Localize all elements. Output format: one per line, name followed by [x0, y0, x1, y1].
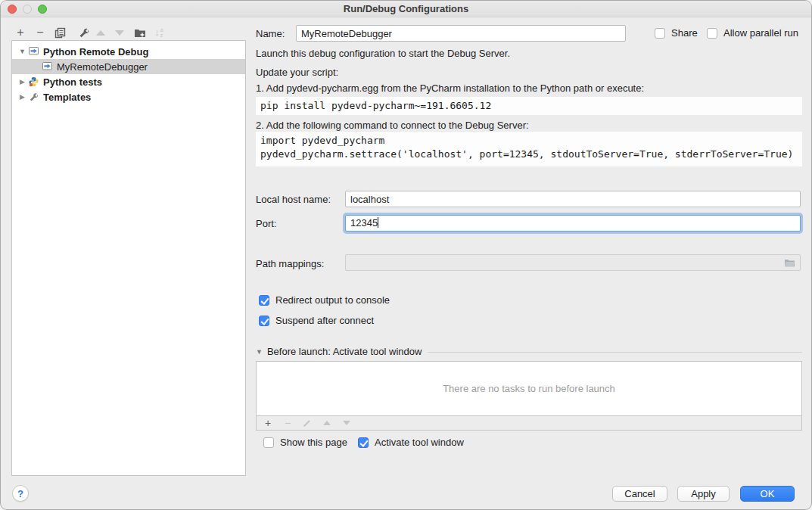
move-down-icon — [113, 26, 126, 39]
remove-task-icon: − — [282, 418, 293, 428]
show-this-page-label: Show this page — [280, 437, 347, 449]
allow-parallel-run-label: Allow parallel run — [723, 27, 798, 39]
local-host-name-label: Local host name: — [256, 194, 331, 206]
tasks-toolbar: + − — [257, 415, 801, 430]
title-bar: Run/Debug Configurations — [1, 1, 811, 17]
redirect-output-checkbox-row[interactable]: Redirect output to console — [259, 294, 390, 306]
activate-tool-window-checkbox-row[interactable]: Activate tool window — [358, 437, 464, 449]
python-tests-icon — [28, 76, 40, 87]
redirect-output-label: Redirect output to console — [275, 294, 390, 306]
new-folder-icon[interactable] — [133, 26, 147, 39]
show-this-page-checkbox-row[interactable]: Show this page — [263, 437, 347, 449]
remote-debug-icon — [28, 46, 40, 57]
tree-item-python-tests[interactable]: ▶ Python tests — [12, 74, 245, 89]
step2-text: 2. Add the following command to connect … — [256, 120, 529, 132]
cancel-button[interactable]: Cancel — [612, 486, 667, 502]
folder-plus-icon — [134, 27, 146, 39]
move-task-down-icon — [341, 418, 352, 428]
suspend-after-connect-checkbox-row[interactable]: Suspend after connect — [259, 315, 374, 327]
sort-icon: ↓ a z — [154, 26, 163, 39]
share-checkbox[interactable] — [655, 28, 665, 39]
move-task-up-icon — [322, 418, 332, 428]
help-button[interactable]: ? — [12, 485, 29, 502]
window-title: Run/Debug Configurations — [1, 3, 811, 14]
share-checkbox-row[interactable]: Share — [655, 27, 698, 39]
tree-item-label: MyRemoteDebugger — [57, 61, 148, 73]
text-caret — [378, 217, 378, 228]
section-expanded-chevron-icon[interactable]: ▼ — [256, 348, 263, 356]
tree-item-myremotedebugger[interactable]: MyRemoteDebugger — [12, 59, 245, 74]
pip-install-code[interactable]: pip install pydevd-pycharm~=191.6605.12 — [256, 97, 802, 115]
activate-tool-window-checkbox[interactable] — [358, 437, 369, 448]
remote-debug-icon — [42, 61, 54, 72]
update-script-text: Update your script: — [256, 67, 338, 79]
tree-item-label: Templates — [43, 92, 91, 103]
local-host-name-input[interactable] — [345, 191, 801, 207]
port-input[interactable]: 12345 — [345, 215, 801, 232]
collapsed-chevron-icon[interactable]: ▶ — [18, 93, 26, 101]
add-configuration-icon[interactable]: + — [14, 26, 27, 39]
suspend-after-connect-checkbox[interactable] — [259, 316, 269, 326]
description-text: Launch this debug configuration to start… — [256, 48, 510, 60]
activate-tool-window-label: Activate tool window — [375, 437, 464, 449]
step1-text: 1. Add pydevd-pycharm.egg from the PyCha… — [256, 82, 644, 95]
tree-item-python-remote-debug[interactable]: ▼ Python Remote Debug — [12, 44, 245, 59]
remove-configuration-icon[interactable]: − — [33, 26, 47, 39]
run-debug-configurations-dialog: Run/Debug Configurations + − ↓ a z — [0, 0, 812, 510]
before-launch-header[interactable]: ▼ Before launch: Activate tool window — [256, 346, 802, 358]
suspend-after-connect-label: Suspend after connect — [275, 315, 374, 327]
edit-defaults-icon[interactable] — [77, 26, 91, 39]
tree-item-templates[interactable]: ▶ Templates — [12, 89, 245, 104]
move-up-icon — [94, 26, 107, 39]
wrench-icon — [78, 26, 90, 39]
copy-configuration-icon[interactable] — [53, 26, 67, 39]
redirect-output-checkbox[interactable] — [259, 295, 269, 306]
help-question-mark: ? — [17, 488, 23, 499]
allow-parallel-run-checkbox-row[interactable]: Allow parallel run — [707, 27, 798, 39]
tree-item-label: Python tests — [43, 76, 102, 88]
ok-button[interactable]: OK — [740, 486, 795, 502]
show-this-page-checkbox[interactable] — [263, 437, 274, 448]
templates-wrench-icon — [28, 92, 40, 102]
add-task-icon[interactable]: + — [263, 418, 273, 428]
tree-item-label: Python Remote Debug — [43, 46, 148, 58]
expanded-chevron-icon[interactable]: ▼ — [18, 48, 26, 55]
collapsed-chevron-icon[interactable]: ▶ — [18, 78, 26, 86]
configurations-tree: ▼ Python Remote Debug MyRemoteDebugger ▶ — [11, 40, 246, 476]
before-launch-title: Before launch: Activate tool window — [267, 346, 422, 358]
copy-icon — [54, 27, 66, 39]
section-divider — [428, 352, 802, 353]
before-launch-tasks-panel: There are no tasks to run before launch … — [256, 361, 802, 431]
share-label: Share — [671, 27, 698, 39]
code-line-1: import pydevd_pycharm — [260, 135, 384, 146]
name-input[interactable] — [296, 25, 626, 42]
code-line-2: pydevd_pycharm.settrace('localhost', por… — [260, 148, 793, 160]
up-arrow-icon — [96, 30, 105, 36]
browse-folder-icon[interactable] — [784, 258, 795, 268]
tasks-empty-text: There are no tasks to run before launch — [257, 362, 801, 415]
edit-task-icon — [302, 418, 313, 428]
apply-button[interactable]: Apply — [677, 486, 730, 502]
path-mappings-input[interactable] — [345, 254, 801, 271]
allow-parallel-run-checkbox[interactable] — [707, 28, 717, 39]
sort-alphabetically-icon: ↓ a z — [152, 26, 166, 39]
port-label: Port: — [256, 218, 276, 230]
path-mappings-label: Path mappings: — [256, 258, 324, 270]
port-value: 12345 — [350, 217, 378, 229]
name-label: Name: — [256, 28, 285, 40]
down-arrow-icon — [115, 30, 124, 36]
settrace-code[interactable]: import pydevd_pycharm pydevd_pycharm.set… — [256, 132, 802, 166]
